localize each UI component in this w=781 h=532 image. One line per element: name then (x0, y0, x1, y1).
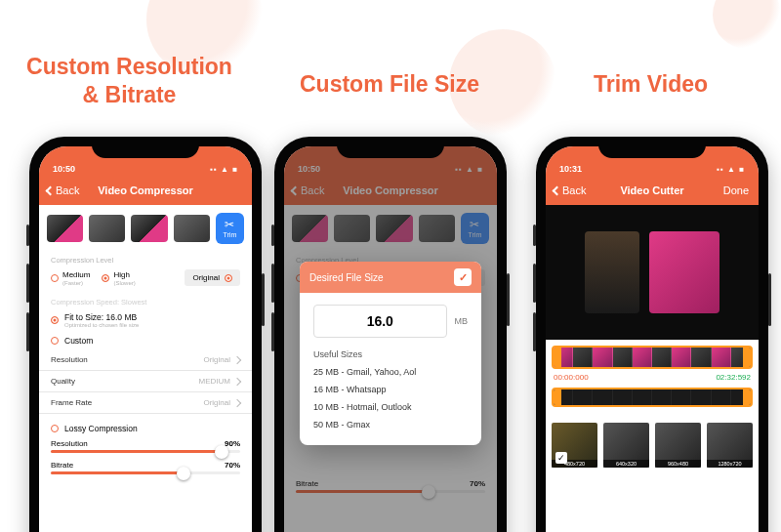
resolution-option[interactable]: 480x720 (552, 423, 597, 468)
section-compression-level: Compression Level (39, 250, 252, 266)
nav-bar: Back Video Cutter Done (546, 176, 759, 205)
done-button[interactable]: Done (723, 184, 749, 196)
radio-icon (51, 337, 59, 345)
speed-label: Compression Speed: Slowest (39, 292, 252, 308)
phone-mock: 10:50 ▪▪ ▲ ■ Back Video Compressor ✂Trim… (274, 137, 507, 532)
scissors-icon: ✂ (225, 219, 234, 230)
trim-timeline-primary[interactable] (546, 340, 759, 369)
status-icons: ▪▪ ▲ ■ (210, 165, 238, 174)
screen-video-cutter: 10:31 ▪▪ ▲ ■ Back Video Cutter Done (546, 146, 759, 532)
phone-notch (92, 137, 199, 158)
trim-handle-left[interactable] (552, 388, 561, 407)
file-size-unit: MB (455, 316, 469, 326)
radio-icon (51, 274, 59, 282)
video-preview[interactable] (546, 205, 759, 340)
desired-file-size-modal: Desired File Size ✓ 16.0 MB Useful Sizes… (300, 262, 481, 445)
modal-title: Desired File Size (309, 272, 384, 283)
phone-notch (598, 137, 706, 158)
nav-bar: Back Video Compressor (39, 176, 252, 205)
slider-knob[interactable] (177, 467, 190, 480)
headline: Trim Video (520, 70, 781, 99)
useful-sizes-list: Useful Sizes 25 MB - Gmail, Yahoo, Aol 1… (300, 346, 481, 445)
confirm-button[interactable]: ✓ (454, 268, 472, 286)
option-custom[interactable]: Custom (39, 332, 252, 349)
video-thumb[interactable] (131, 215, 167, 242)
panel-resolution-bitrate: Custom Resolution& Bitrate 10:50 ▪▪ ▲ ■ … (0, 0, 259, 532)
panel-trim-video: Trim Video 10:31 ▪▪ ▲ ■ Back Video Cutte… (520, 0, 781, 532)
app-store-screenshots: Custom Resolution& Bitrate 10:50 ▪▪ ▲ ■ … (0, 0, 781, 532)
useful-sizes-header: Useful Sizes (313, 349, 468, 359)
useful-size-item[interactable]: 10 MB - Hotmail, Outlook (313, 398, 468, 416)
check-icon: ✓ (459, 271, 468, 284)
option-original[interactable]: Original (185, 269, 240, 286)
video-thumb[interactable] (89, 215, 125, 242)
file-size-input[interactable]: 16.0 (313, 305, 447, 338)
resolution-presets: 480x720 640x320 960x480 1280x720 (546, 407, 759, 468)
chevron-left-icon (46, 185, 56, 195)
chevron-right-icon (233, 398, 241, 406)
trim-start-time: 00:00:000 (554, 373, 589, 382)
video-thumbnails-row: ✂ Trim (39, 205, 252, 250)
video-thumb[interactable] (47, 215, 83, 242)
modal-header: Desired File Size ✓ (300, 262, 481, 293)
back-button[interactable]: Back (47, 184, 79, 196)
row-quality[interactable]: QualityMEDIUM (39, 371, 252, 392)
panel-custom-size: Custom File Size 10:50 ▪▪ ▲ ■ Back Video… (259, 0, 520, 532)
row-framerate[interactable]: Frame RateOriginal (39, 392, 252, 414)
option-lossy[interactable]: Lossy Compression (39, 420, 252, 437)
option-fit-to-size[interactable]: Fit to Size: 16.0 MBOptimized to chosen … (39, 308, 252, 332)
screen-compressor: 10:50 ▪▪ ▲ ■ Back Video Compressor ✂ Tri… (39, 146, 252, 532)
status-time: 10:31 (559, 164, 582, 174)
trim-handle-right[interactable] (743, 346, 753, 369)
trim-timeline-secondary[interactable] (552, 388, 753, 407)
radio-icon (51, 316, 59, 324)
resolution-option[interactable]: 960x480 (655, 423, 701, 468)
preview-frame (649, 231, 719, 313)
slider-resolution[interactable]: Resolution90% (39, 437, 252, 459)
headline: Custom File Size (259, 70, 520, 99)
preview-frame (585, 231, 639, 313)
status-icons: ▪▪ ▲ ■ (717, 165, 745, 174)
trim-handle-left[interactable] (552, 346, 561, 369)
radio-icon (225, 274, 232, 282)
screen-compressor-modal: 10:50 ▪▪ ▲ ■ Back Video Compressor ✂Trim… (284, 146, 497, 532)
phone-notch (337, 137, 444, 158)
phone-mock: 10:31 ▪▪ ▲ ■ Back Video Cutter Done (536, 137, 768, 532)
chevron-right-icon (233, 377, 241, 385)
trim-times: 00:00:000 02:32:592 (546, 369, 759, 384)
useful-size-item[interactable]: 50 MB - Gmax (313, 416, 468, 433)
trim-button[interactable]: ✂ Trim (216, 213, 244, 244)
row-resolution[interactable]: ResolutionOriginal (39, 349, 252, 371)
trim-handle-right[interactable] (743, 388, 753, 407)
resolution-option[interactable]: 640x320 (603, 423, 649, 468)
useful-size-item[interactable]: 16 MB - Whatsapp (313, 381, 468, 398)
radio-icon (102, 274, 109, 282)
video-thumb[interactable] (174, 215, 210, 242)
chevron-left-icon (553, 185, 562, 195)
useful-size-item[interactable]: 25 MB - Gmail, Yahoo, Aol (313, 363, 468, 381)
chevron-right-icon (233, 355, 241, 363)
slider-knob[interactable] (215, 445, 228, 459)
phone-mock: 10:50 ▪▪ ▲ ■ Back Video Compressor ✂ Tri… (29, 137, 262, 532)
trim-end-time: 02:32:592 (716, 373, 751, 382)
slider-bitrate[interactable]: Bitrate70% (39, 459, 252, 480)
resolution-option[interactable]: 1280x720 (707, 423, 753, 468)
headline: Custom Resolution& Bitrate (0, 53, 259, 109)
back-button[interactable]: Back (554, 184, 586, 196)
option-high[interactable]: High(Slower) (102, 270, 135, 286)
compression-level-segment: Medium(Faster) High(Slower) Original (39, 266, 252, 292)
radio-icon (51, 425, 59, 432)
option-medium[interactable]: Medium(Faster) (51, 270, 90, 286)
status-time: 10:50 (53, 164, 75, 174)
